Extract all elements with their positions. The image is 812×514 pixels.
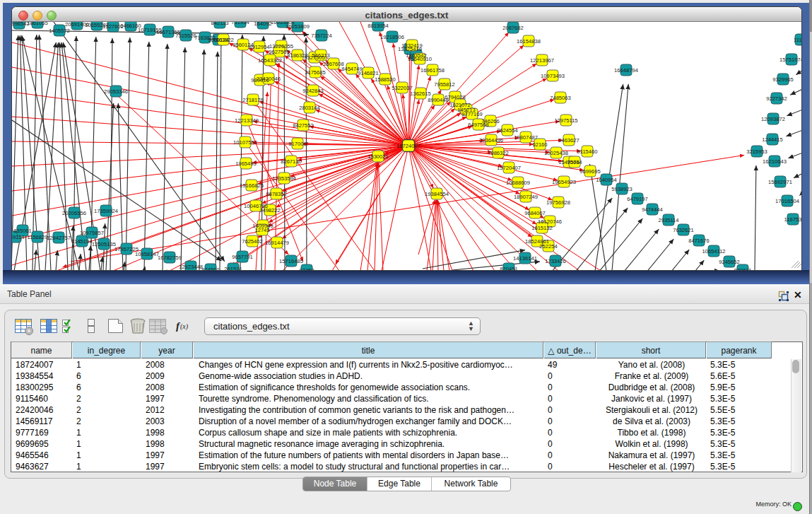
svg-text:731954: 731954 [231,22,249,25]
svg-text:16914479: 16914479 [265,240,289,246]
svg-text:16648794: 16648794 [614,67,638,74]
svg-text:19166825: 19166825 [240,182,264,189]
svg-text:12942757: 12942757 [47,235,71,241]
svg-text:17016504: 17016504 [775,198,799,204]
svg-text:1362615: 1362615 [410,90,431,97]
svg-text:19654923: 19654923 [552,179,576,185]
svg-text:75644: 75644 [567,159,582,165]
svg-text:9474444: 9474444 [642,206,663,213]
svg-text:1530021: 1530021 [367,153,389,160]
svg-text:746266: 746266 [481,118,499,124]
svg-text:10025438: 10025438 [544,150,568,156]
svg-text:12353594: 12353594 [272,175,296,182]
svg-text:3215953: 3215953 [746,148,767,155]
svg-text:7955812: 7955812 [434,81,455,88]
svg-text:3498222: 3498222 [259,207,281,214]
svg-text:1405572: 1405572 [49,28,70,34]
svg-text:9777169: 9777169 [461,111,483,117]
svg-text:7632621: 7632621 [673,227,694,233]
svg-text:15640910: 15640910 [408,56,432,62]
svg-text:18907249: 18907249 [514,194,538,200]
svg-text:12505135: 12505135 [92,241,116,247]
svg-text:8813054: 8813054 [367,23,389,29]
svg-text:1244415: 1244415 [762,136,783,143]
svg-text:18724007: 18724007 [396,143,420,149]
svg-text:16120746: 16120746 [538,218,562,225]
svg-text:9115460: 9115460 [577,148,598,155]
svg-text:10654112: 10654112 [702,248,725,255]
svg-text:835061: 835061 [13,228,31,234]
svg-text:842113: 842113 [211,22,229,26]
svg-text:10975857: 10975857 [80,230,104,236]
svg-text:16154838: 16154838 [517,38,541,45]
svg-text:17359924: 17359924 [94,208,118,214]
svg-text:917006: 917006 [288,141,306,147]
svg-text:9245652: 9245652 [719,259,740,265]
svg-text:12213349: 12213349 [235,117,259,124]
svg-text:9329965: 9329965 [772,76,794,83]
svg-text:20206556: 20206556 [62,210,86,216]
svg-text:23420046: 23420046 [257,76,281,82]
svg-text:939114: 939114 [12,234,24,240]
svg-text:9463627: 9463627 [558,137,579,144]
svg-text:8267130: 8267130 [281,158,302,165]
svg-text:15716485: 15716485 [279,258,303,264]
svg-text:62160: 62160 [532,141,547,148]
svg-text:1615132: 1615132 [531,225,553,231]
svg-text:12093872: 12093872 [761,116,785,122]
svg-text:12975115: 12975115 [554,117,577,124]
svg-text:9699695: 9699695 [579,168,601,175]
svg-text:1640954: 1640954 [596,177,617,183]
svg-text:16543362: 16543362 [258,57,282,64]
svg-text:2803144: 2803144 [299,105,320,111]
svg-text:29053346: 29053346 [104,88,128,95]
svg-text:(x): (x) [180,322,189,331]
svg-text:19218506: 19218506 [380,34,404,40]
svg-text:7986322: 7986322 [488,150,509,156]
svg-text:2935114: 2935114 [659,217,679,223]
svg-text:12923448: 12923448 [179,264,203,270]
svg-text:6479197: 6479197 [627,196,648,202]
svg-text:7663822: 7663822 [213,37,234,43]
svg-text:9242843: 9242843 [302,88,324,94]
svg-text:820451: 820451 [500,266,517,270]
svg-text:9227342: 9227342 [766,95,787,102]
svg-text:1588520: 1588520 [375,76,396,83]
svg-text:8471676: 8471676 [688,238,710,244]
svg-text:546213: 546213 [312,52,329,59]
svg-text:1965493: 1965493 [235,160,257,167]
svg-text:8427552: 8427552 [293,122,314,129]
svg-text:10807487: 10807487 [514,134,538,141]
svg-text:16210643: 16210643 [763,158,787,165]
svg-text:20364436: 20364436 [479,137,503,144]
svg-text:14136141: 14136141 [513,255,537,262]
svg-text:2718176: 2718176 [242,97,264,103]
svg-text:2087682: 2087682 [502,25,524,31]
svg-text:3624554: 3624554 [497,127,518,134]
svg-text:15692971: 15692971 [768,179,792,185]
svg-text:1332419: 1332419 [401,42,423,49]
svg-text:16961758: 16961758 [420,67,445,74]
svg-text:9684067: 9684067 [524,210,546,216]
svg-text:116753: 116753 [784,216,801,223]
svg-text:7515526: 7515526 [175,33,196,39]
svg-text:9657791: 9657791 [232,254,253,260]
svg-text:252254: 252254 [539,243,557,250]
svg-text:19384554: 19384554 [425,191,449,197]
svg-text:16782759: 16782759 [158,255,182,261]
svg-text:16053809: 16053809 [286,23,310,30]
svg-text:15751074: 15751074 [779,57,801,63]
svg-text:1156829: 1156829 [28,234,48,240]
svg-text:97450: 97450 [299,267,314,270]
svg-text:1861055: 1861055 [27,22,48,26]
svg-text:6794028: 6794028 [445,94,466,100]
svg-text:15720407: 15720407 [497,165,521,171]
svg-text:12213967: 12213967 [530,57,554,64]
svg-text:10958147: 10958147 [135,251,159,257]
svg-text:9146821: 9146821 [358,70,379,76]
svg-text:12743: 12743 [254,227,269,233]
svg-text:8912954: 8912954 [249,44,270,50]
svg-text:19756928: 19756928 [546,199,570,206]
svg-text:10688609: 10688609 [506,180,530,186]
svg-text:261521: 261521 [224,266,242,270]
